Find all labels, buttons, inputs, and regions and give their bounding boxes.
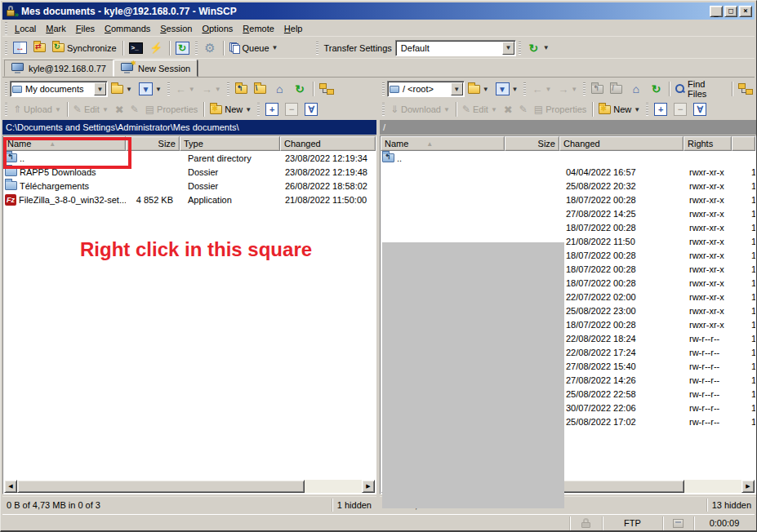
close-button[interactable]: × — [739, 6, 752, 17]
session-tab-0[interactable]: kyle@192.168.0.77 — [4, 60, 114, 77]
chevron-down-icon[interactable]: ▼ — [502, 42, 514, 55]
toolbar-gripper-3[interactable] — [316, 42, 318, 55]
rename-button[interactable]: ✎ — [516, 100, 531, 118]
filter-button[interactable]: ▼▼ — [492, 80, 522, 98]
select-button[interactable]: + — [651, 100, 670, 118]
unselect-button[interactable]: − — [670, 100, 690, 118]
unselect-button[interactable]: − — [282, 100, 301, 118]
panel-gripper[interactable] — [523, 82, 526, 95]
scroll-right-icon[interactable]: ▶ — [362, 480, 375, 493]
transfer-settings-sync-button[interactable]: ↻ ▼ — [523, 39, 553, 57]
remote-column-header-extra[interactable] — [732, 136, 755, 151]
back-button[interactable]: ←▼ — [172, 80, 198, 98]
local-directory-combo[interactable]: My documents ▼ — [10, 81, 108, 97]
edit-button[interactable]: ✎Edit▼ — [70, 100, 112, 118]
parent-directory-button[interactable]: ↰ — [232, 80, 251, 98]
parent-directory-button[interactable]: ↰ — [588, 80, 607, 98]
chevron-down-icon[interactable]: ▼ — [94, 82, 106, 95]
forward-button[interactable]: →▼ — [198, 80, 225, 98]
download-button[interactable]: ⇓Download▼ — [387, 100, 453, 118]
root-directory-button[interactable]: \ — [251, 80, 269, 98]
properties-button[interactable]: ▤Properties — [531, 100, 590, 118]
upload-button[interactable]: ⇑Upload▼ — [10, 100, 65, 118]
maximize-button[interactable]: □ — [724, 6, 737, 17]
file-row[interactable]: 04/04/2022 16:57rwxr-xr-x1 — [381, 165, 755, 179]
local-hidden-count[interactable]: 1 hidden — [332, 499, 376, 512]
delete-button[interactable]: ✖ — [112, 100, 127, 118]
home-directory-button[interactable]: ⌂ — [269, 80, 290, 98]
file-row[interactable]: 25/08/2022 20:32rwxr-xr-x1 — [381, 179, 755, 193]
menu-item-local[interactable]: Local — [10, 22, 41, 35]
delete-button[interactable]: ✖ — [501, 100, 516, 118]
find-files-button[interactable]: Find Files — [672, 80, 729, 98]
file-row[interactable]: 18/07/2022 00:28rwxr-xr-x1 — [381, 220, 755, 234]
new-button[interactable]: ✱New▼ — [207, 100, 255, 118]
back-button[interactable]: ←▼ — [528, 80, 554, 98]
open-directory-button[interactable]: ▼ — [108, 80, 136, 98]
remote-column-header-size[interactable]: Size — [505, 136, 559, 151]
selection-filter-button[interactable]: ∀ — [301, 100, 321, 118]
remote-directory-combo[interactable]: / <root> ▼ — [387, 81, 465, 97]
local-column-header-type[interactable]: Type — [180, 136, 280, 151]
remote-column-header-changed[interactable]: Changed — [559, 136, 684, 151]
menu-item-commands[interactable]: Commands — [100, 22, 155, 35]
home-directory-button[interactable]: ⌂ — [626, 80, 646, 98]
menu-item-mark[interactable]: Mark — [41, 22, 70, 35]
directory-tree-button[interactable] — [735, 80, 756, 98]
refresh-button[interactable]: ↻ — [646, 80, 666, 98]
scroll-thumb[interactable] — [17, 480, 305, 493]
refresh-panels-button[interactable]: ↻ — [172, 39, 193, 57]
panel-gripper[interactable] — [646, 103, 648, 116]
selection-filter-button[interactable]: ∀ — [690, 100, 710, 118]
file-row[interactable]: 27/08/2022 14:25rwxr-xr-x1 — [381, 206, 755, 220]
title-bar[interactable]: » Mes documents - kyle@192.168.0.77 - Wi… — [2, 2, 755, 20]
synchronize-button[interactable]: ↻ Synchronize — [49, 39, 120, 57]
remote-column-header-rights[interactable]: Rights — [684, 136, 732, 151]
file-row[interactable]: TéléchargementsDossier26/08/2022 18:58:0… — [3, 179, 376, 193]
file-row[interactable]: FzFileZilla_3-8-0_win32-set...4 852 KBAp… — [3, 193, 376, 206]
queue-button[interactable]: Queue ▼ — [226, 39, 282, 57]
toolbar-gripper[interactable] — [5, 42, 7, 55]
panel-gripper[interactable] — [167, 82, 170, 95]
synchronize-browsing-button[interactable]: ⇄ — [30, 39, 49, 57]
root-directory-button[interactable]: / — [607, 80, 626, 98]
menu-item-session[interactable]: Session — [155, 22, 197, 35]
directory-tree-button[interactable] — [316, 80, 337, 98]
rename-button[interactable]: ✎ — [127, 100, 142, 118]
connection-cell[interactable] — [662, 516, 693, 530]
toolbar-gripper-2[interactable] — [195, 42, 198, 55]
transfer-settings-combo[interactable]: Default ▼ — [395, 40, 516, 56]
toolbar-gripper-4[interactable] — [519, 42, 521, 55]
chevron-down-icon[interactable]: ▼ — [451, 82, 463, 95]
menu-item-help[interactable]: Help — [279, 22, 308, 35]
console-button[interactable]: ⚡ — [146, 39, 167, 57]
scroll-left-icon[interactable]: ◀ — [4, 480, 17, 493]
file-row[interactable]: 18/07/2022 00:28rwxr-xr-x1 — [381, 193, 755, 206]
menu-item-files[interactable]: Files — [71, 22, 100, 35]
menu-item-remote[interactable]: Remote — [238, 22, 279, 35]
minimize-button[interactable]: _ — [710, 6, 723, 17]
panel-gripper[interactable] — [257, 103, 260, 116]
scroll-right-icon[interactable]: ▶ — [741, 480, 755, 493]
session-tab-1[interactable]: ✱New Session — [114, 60, 198, 77]
file-row[interactable]: .. — [381, 151, 755, 165]
panel-gripper[interactable] — [227, 82, 229, 95]
remote-hidden-count[interactable]: 13 hidden — [707, 499, 756, 512]
properties-button[interactable]: ▤Properties — [142, 100, 201, 118]
select-button[interactable]: + — [262, 100, 282, 118]
panel-gripper[interactable] — [382, 103, 385, 116]
open-terminal-button[interactable]: >_ — [126, 39, 146, 57]
panel-gripper[interactable] — [382, 82, 385, 95]
panel-gripper[interactable] — [5, 82, 7, 95]
menu-item-options[interactable]: Options — [197, 22, 238, 35]
remote-column-header-name[interactable]: Name▲ — [381, 136, 505, 151]
panel-gripper[interactable] — [5, 103, 7, 116]
local-column-header-changed[interactable]: Changed — [280, 136, 376, 151]
local-path-bar[interactable]: C:\Documents and Settings\Administrator\… — [2, 120, 376, 135]
edit-button[interactable]: ✎Edit▼ — [459, 100, 501, 118]
local-hscrollbar[interactable]: ◀ ▶ — [4, 480, 375, 493]
remote-path-bar[interactable]: / — [380, 120, 756, 135]
filter-button[interactable]: ▼▼ — [136, 80, 165, 98]
panel-gripper[interactable] — [583, 82, 586, 95]
menu-gripper[interactable] — [5, 22, 7, 35]
